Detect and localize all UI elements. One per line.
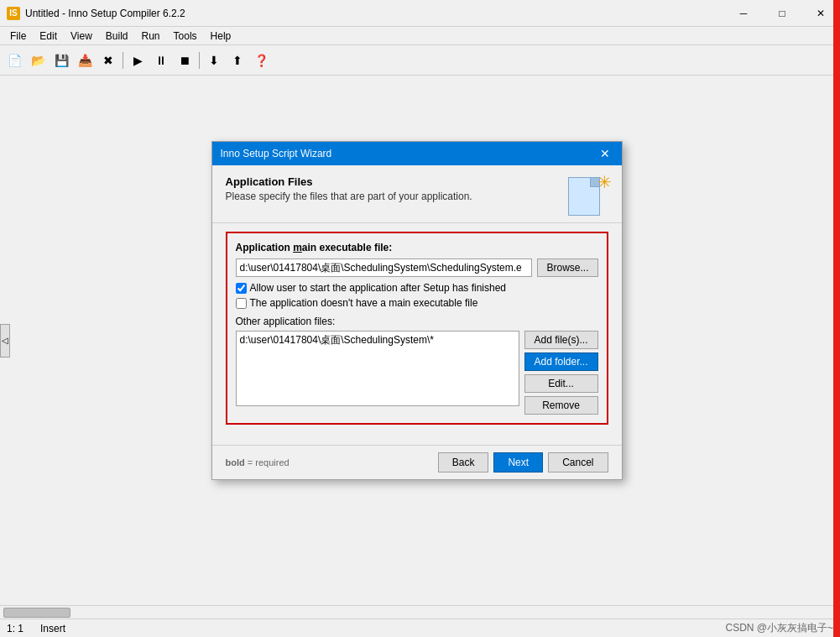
exe-path-input[interactable] [236, 258, 533, 277]
save-button[interactable]: 💾 [50, 50, 72, 71]
remove-button[interactable]: Remove [524, 396, 598, 415]
run-button[interactable]: ▶ [127, 50, 149, 71]
new-button[interactable]: 📄 [3, 50, 25, 71]
menu-edit[interactable]: Edit [33, 29, 64, 44]
menu-bar: File Edit View Build Run Tools Help [0, 27, 840, 45]
dialog-title-text: Inno Setup Script Wizard [221, 148, 332, 159]
cursor-position: 1: 1 [7, 623, 23, 634]
next-button[interactable]: Next [493, 452, 543, 473]
edit-button[interactable]: Edit... [524, 374, 598, 393]
browse-button[interactable]: Browse... [537, 258, 597, 277]
compile-button[interactable]: ⬇ [203, 50, 225, 71]
help-button[interactable]: ❓ [250, 50, 272, 71]
minimize-button[interactable]: ─ [724, 0, 763, 27]
menu-help[interactable]: Help [204, 29, 238, 44]
dialog-overlay: Inno Setup Script Wizard ✕ Application F… [0, 124, 833, 573]
no-main-exe-checkbox[interactable] [236, 298, 247, 309]
csdn-sidebar [833, 0, 840, 637]
toolbar: 📄 📂 💾 📥 ✖ ▶ ⏸ ⏹ ⬇ ⬆ ❓ [0, 45, 840, 76]
status-bar: 1: 1 Insert CSDN @小灰灰搞电子~ [0, 619, 840, 637]
allow-start-label: Allow user to start the application afte… [250, 282, 507, 294]
editor-area: ◁ Inno Setup Script Wizard ✕ Application… [0, 76, 840, 605]
dialog-footer: bold = required Back Next Cancel [212, 445, 622, 479]
exe-row: Browse... [236, 258, 598, 277]
dialog-section-subtitle: Please specify the files that are part o… [226, 191, 472, 202]
footer-hint: bold = required [226, 457, 290, 467]
main-section: Application main executable file: Browse… [226, 232, 608, 425]
menu-build[interactable]: Build [99, 29, 135, 44]
menu-tools[interactable]: Tools [167, 29, 204, 44]
dialog-section-title: Application Files [226, 175, 472, 188]
files-list[interactable]: d:\user\01417804\桌面\SchedulingSystem\* [236, 331, 519, 406]
window-title: Untitled - Inno Setup Compiler 6.2.2 [25, 8, 185, 19]
scrollbar-thumb[interactable] [3, 608, 70, 618]
other-files-area: d:\user\01417804\桌面\SchedulingSystem\* A… [236, 331, 598, 415]
save-as-button[interactable]: 📥 [74, 50, 96, 71]
app-icon: IS [7, 7, 20, 20]
add-files-button[interactable]: Add file(s)... [524, 331, 598, 349]
close-button[interactable]: ✖ [97, 50, 119, 71]
add-folder-button[interactable]: Add folder... [524, 352, 598, 371]
csdn-branding: CSDN @小灰灰搞电子~ [725, 621, 833, 635]
window-controls: ─ □ ✕ [724, 0, 840, 27]
main-exe-label: Application main executable file: [236, 242, 598, 253]
title-bar: IS Untitled - Inno Setup Compiler 6.2.2 … [0, 0, 840, 27]
wizard-dialog: Inno Setup Script Wizard ✕ Application F… [211, 141, 623, 480]
separator-1 [123, 52, 123, 69]
stop-button[interactable]: ⏹ [174, 50, 196, 71]
starburst-icon: ✳ [597, 172, 612, 192]
paper-icon [568, 177, 600, 216]
run2-button[interactable]: ⬆ [227, 50, 248, 71]
open-button[interactable]: 📂 [27, 50, 49, 71]
footer-buttons: Back Next Cancel [438, 452, 608, 473]
files-buttons: Add file(s)... Add folder... Edit... Rem… [524, 331, 598, 415]
editor-mode: Insert [40, 623, 65, 634]
dialog-header-text: Application Files Please specify the fil… [226, 175, 472, 202]
checkbox-row-2: The application doesn't have a main exec… [236, 297, 598, 309]
cancel-button[interactable]: Cancel [548, 452, 608, 473]
menu-view[interactable]: View [64, 29, 99, 44]
dialog-header: Application Files Please specify the fil… [212, 165, 622, 223]
pause-button[interactable]: ⏸ [150, 50, 172, 71]
menu-run[interactable]: Run [135, 29, 167, 44]
dialog-close-button[interactable]: ✕ [597, 145, 613, 162]
menu-file[interactable]: File [3, 29, 33, 44]
back-button[interactable]: Back [438, 452, 489, 473]
dialog-icon: ✳ [568, 175, 608, 216]
horizontal-scrollbar[interactable] [0, 605, 840, 619]
separator-2 [199, 52, 200, 69]
checkbox-row-1: Allow user to start the application afte… [236, 282, 598, 294]
allow-start-checkbox[interactable] [236, 283, 247, 294]
dialog-content: Application main executable file: Browse… [212, 223, 622, 441]
maximize-button[interactable]: □ [763, 0, 801, 27]
other-files-label: Other application files: [236, 316, 598, 327]
no-main-exe-label: The application doesn't have a main exec… [250, 297, 478, 309]
status-left: 1: 1 Insert [7, 623, 65, 634]
dialog-title-bar: Inno Setup Script Wizard ✕ [212, 142, 622, 165]
